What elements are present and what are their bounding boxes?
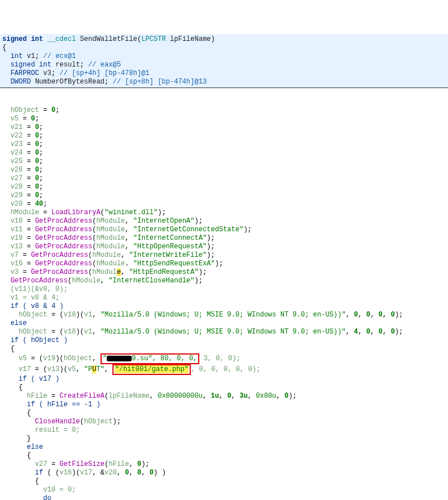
code-text: v1 = v8 & 4; [10,294,59,302]
decl-header: signed int __cdecl SendWalletFile(LPCSTR… [0,34,448,88]
code-text: (v11)(&v8, 0); [10,285,68,293]
redacted-host-box: "9.su", 80, 0, 0, [101,353,199,364]
redacted-blot [107,356,132,361]
code-body: hObject = 0; v5 = 0; v21 = 0; v22 = 0; v… [0,97,448,500]
code-text: if ( v8 & 4 ) [10,302,64,310]
gate-path-box: "/hit001/gate.php" [112,364,191,375]
